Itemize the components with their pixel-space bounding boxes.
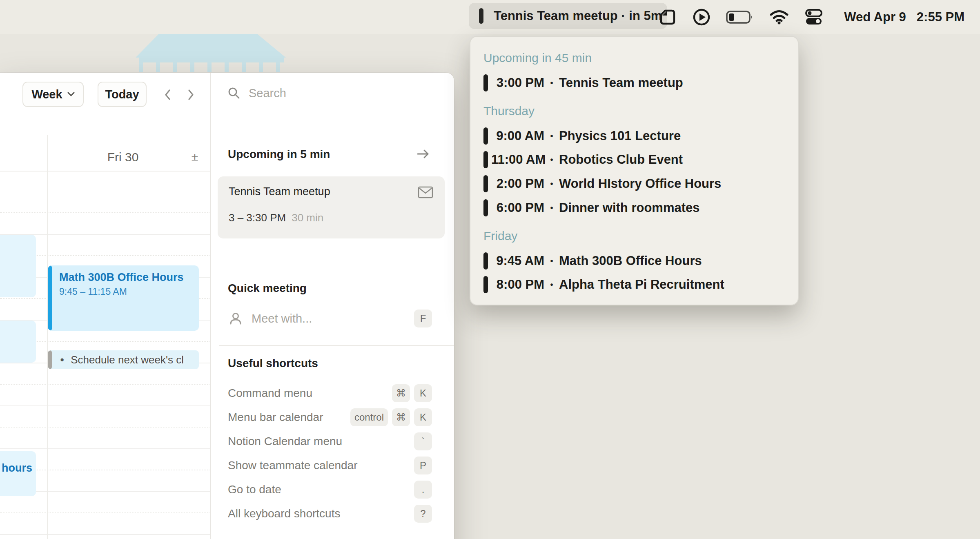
control-center-icon[interactable]	[804, 8, 823, 27]
event-time: 9:45 – 11:15 AM	[59, 286, 199, 297]
agenda-event[interactable]: 6:00 PM • Dinner with roommates	[470, 198, 798, 218]
shortcut-row: Show teammate calendar P	[228, 457, 432, 474]
event-color-bar	[483, 199, 488, 216]
email-icon[interactable]	[418, 186, 433, 198]
dot-separator: •	[544, 155, 559, 165]
person-icon	[229, 312, 243, 325]
battery-icon[interactable]	[726, 10, 754, 24]
event-color-bar	[483, 175, 488, 192]
shortcut-row: Command menu ⌘ K	[228, 384, 432, 402]
shortcut-row: Notion Calendar menu `	[228, 432, 432, 450]
calendar-event-stub[interactable]: hours	[0, 451, 36, 496]
shortcut-key: control	[350, 408, 388, 426]
shortcuts-section-header: Useful shortcuts	[228, 357, 318, 370]
dot-separator: •	[544, 179, 559, 189]
agenda-event[interactable]: 9:45 AM • Math 300B Office Hours	[470, 251, 798, 271]
upcoming-event-time-row: 3 – 3:30 PM 30 min	[229, 212, 323, 224]
event-title: World HIstory Office Hours	[559, 176, 721, 191]
agenda-section-header: Thursday	[483, 104, 535, 118]
shortcut-key: ⌘	[392, 384, 410, 402]
menubar-time: 2:55 PM	[917, 10, 964, 24]
menubar-agenda-dropdown: Upcoming in 45 min 3:00 PM • Tennis Team…	[470, 36, 799, 305]
next-week-button[interactable]	[183, 87, 199, 103]
upcoming-event-title: Tennis Team meetup	[229, 185, 330, 198]
agenda-event[interactable]: 11:00 AM • Robotics Club Event	[470, 149, 798, 170]
section-divider	[219, 345, 454, 346]
calendar-event-math-office-hours[interactable]: Math 300B Office Hours 9:45 – 11:15 AM	[48, 265, 199, 331]
event-color-bar	[483, 151, 488, 168]
upcoming-section-header: Upcoming in 5 min	[228, 148, 330, 161]
menubar-calendar-status-item[interactable]: Tennis Team meetup · in 5m	[469, 3, 667, 29]
agenda-event[interactable]: 8:00 PM • Alpha Theta Pi Recruitment	[470, 274, 798, 295]
shortcut-key: ?	[414, 505, 432, 523]
dot-separator: •	[544, 78, 559, 88]
shortcut-label: Show teammate calendar	[228, 459, 358, 472]
agenda-event[interactable]: 9:00 AM • Physics 101 Lecture	[470, 126, 798, 146]
wifi-icon[interactable]	[769, 9, 789, 25]
event-title: Physics 101 Lecture	[559, 129, 681, 143]
open-upcoming-button[interactable]	[415, 147, 431, 161]
agenda-event[interactable]: 2:00 PM • World HIstory Office Hours	[470, 174, 798, 194]
chevron-right-icon	[188, 89, 194, 100]
view-switcher-label: Week	[31, 88, 62, 101]
dot-separator: •	[544, 203, 559, 213]
shortcut-label: All keyboard shortcuts	[228, 507, 340, 520]
menubar-status-text: Tennis Team meetup · in 5m	[494, 9, 662, 23]
wallpaper-trampoline-legs	[139, 58, 284, 72]
agenda-section-header: Upcoming in 45 min	[483, 51, 592, 65]
event-title: Alpha Theta Pi Recruitment	[559, 277, 724, 292]
menubar-system-tray: Wed Apr 9 2:55 PM	[658, 0, 964, 34]
prev-week-button[interactable]	[159, 87, 176, 103]
sidebar-divider	[210, 73, 211, 539]
chevron-left-icon	[164, 89, 171, 100]
shortcut-key: K	[414, 384, 432, 402]
event-time: 2:00 PM	[491, 176, 544, 191]
timezone-adjust-icon[interactable]: ±	[186, 150, 204, 164]
shortcut-row: Go to date .	[228, 481, 432, 499]
dot-separator: •	[544, 131, 559, 141]
event-time: 3:00 PM	[491, 76, 544, 90]
view-switcher-button[interactable]: Week	[22, 82, 84, 107]
meet-with-placeholder: Meet with...	[252, 312, 414, 325]
shortcut-label: Go to date	[228, 483, 281, 496]
search-input[interactable]: Search	[227, 85, 286, 101]
menubar-date: Wed Apr 9	[844, 10, 906, 24]
search-placeholder: Search	[249, 87, 286, 100]
quick-meeting-header: Quick meeting	[228, 282, 307, 295]
upcoming-event-duration: 30 min	[292, 212, 323, 224]
event-title: Math 300B Office Hours	[59, 271, 199, 284]
meet-with-input[interactable]: Meet with... F	[229, 309, 432, 328]
event-color-bar	[483, 252, 488, 270]
menubar-clock[interactable]: Wed Apr 9 2:55 PM	[844, 10, 964, 24]
shortcut-label: Menu bar calendar	[228, 411, 323, 424]
chevron-down-icon	[67, 92, 75, 97]
screen-mirroring-icon[interactable]	[658, 8, 677, 27]
shortcut-key: K	[414, 408, 432, 426]
event-time: 6:00 PM	[491, 200, 544, 215]
shortcut-label: Notion Calendar menu	[228, 435, 342, 448]
event-time: 9:45 AM	[491, 254, 544, 268]
now-playing-icon[interactable]	[692, 8, 711, 27]
event-color-bar	[483, 127, 488, 145]
desktop: Tennis Team meetup · in 5m	[0, 0, 980, 539]
event-time: 11:00 AM	[491, 152, 544, 167]
event-time: 9:00 AM	[491, 129, 544, 143]
shortcut-label: Command menu	[228, 387, 312, 400]
menu-bar: Tennis Team meetup · in 5m	[0, 0, 980, 34]
agenda-event[interactable]: 3:00 PM • Tennis Team meetup	[470, 73, 798, 93]
today-button[interactable]: Today	[98, 82, 147, 107]
upcoming-event-card[interactable]: Tennis Team meetup 3 – 3:30 PM 30 min	[218, 176, 445, 238]
dot-separator: •	[544, 280, 559, 290]
task-title: Schedule next week's cl	[71, 354, 184, 366]
calendar-event-stub[interactable]	[0, 235, 36, 297]
day-header-divider	[0, 171, 211, 172]
calendar-event-stub[interactable]	[0, 321, 36, 363]
event-title: Tennis Team meetup	[559, 76, 683, 90]
notion-calendar-window: Week Today Fri 30 ±	[0, 73, 454, 539]
event-title: Math 300B Office Hours	[559, 254, 702, 268]
arrow-right-icon	[416, 149, 430, 159]
event-title: Robotics Club Event	[559, 152, 683, 167]
shortcut-key: F	[414, 310, 432, 327]
calendar-task-event[interactable]: ● Schedule next week's cl	[48, 350, 199, 369]
shortcut-key: ⌘	[392, 408, 410, 426]
